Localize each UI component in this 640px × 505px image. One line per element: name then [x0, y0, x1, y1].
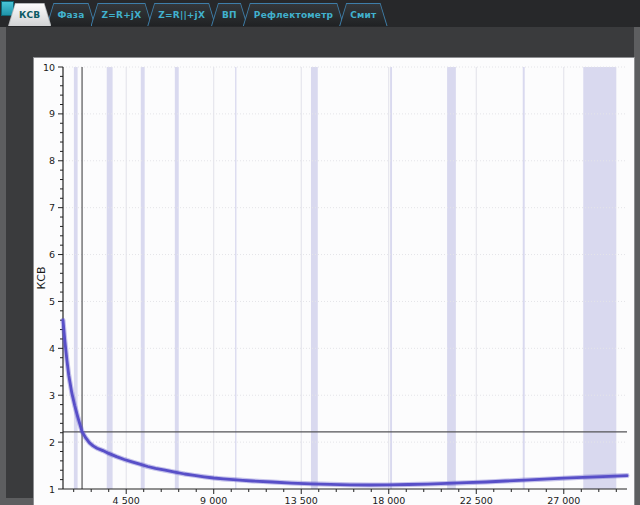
y-axis-title: КСВ	[35, 266, 48, 289]
ham-band	[235, 67, 236, 489]
ham-band	[175, 67, 179, 489]
ham-band	[311, 67, 318, 489]
tab-reflectometer[interactable]: Рефлектометр	[243, 3, 344, 26]
x-tick-label: 27 000	[547, 495, 580, 505]
y-tick-label: 1	[49, 484, 55, 495]
tab-vp[interactable]: ВП	[211, 3, 248, 26]
tab-z-series-label: Z=R+jX	[92, 4, 152, 26]
swr-curve	[63, 320, 627, 485]
swr-curve-halo	[63, 320, 627, 485]
tab-z-parallel-label: Z=R||+jX	[148, 4, 215, 26]
tabs-container: КСВФазаZ=R+jXZ=R||+jXВПРефлектометрСмит	[8, 3, 383, 25]
chart-canvas[interactable]: 123456789104 5009 00013 50018 00022 5002…	[34, 58, 634, 505]
x-tick-label: 13 500	[285, 495, 318, 505]
tab-ksv-label: КСВ	[9, 4, 50, 26]
ham-band	[74, 67, 78, 489]
y-tick-label: 7	[49, 202, 55, 213]
y-tick-label: 2	[49, 437, 55, 448]
y-tick-label: 8	[49, 155, 55, 166]
y-tick-label: 10	[43, 62, 55, 73]
tab-bar: КСВФазаZ=R+jXZ=R||+jXВПРефлектометрСмит	[0, 0, 640, 27]
tab-faza[interactable]: Фаза	[46, 3, 95, 26]
chart-card: 123456789104 5009 00013 50018 00022 5002…	[34, 58, 634, 505]
y-tick-label: 4	[49, 343, 55, 354]
ham-band	[447, 67, 456, 489]
x-tick-label: 18 000	[372, 495, 405, 505]
tab-reflectometer-label: Рефлектометр	[244, 4, 343, 26]
y-tick-label: 6	[49, 249, 55, 260]
tab-vp-label: ВП	[212, 4, 247, 26]
x-tick-label: 22 500	[460, 495, 493, 505]
tab-z-series[interactable]: Z=R+jX	[91, 3, 153, 26]
tab-faza-label: Фаза	[47, 4, 94, 26]
x-tick-label: 4 500	[113, 495, 140, 505]
tab-z-parallel[interactable]: Z=R||+jX	[147, 3, 216, 26]
ham-band	[523, 67, 525, 489]
ham-band	[141, 67, 145, 489]
y-tick-label: 9	[49, 108, 55, 119]
ham-band	[390, 67, 392, 489]
ham-band	[583, 67, 616, 489]
tab-smith-label: Смит	[340, 4, 386, 26]
y-tick-label: 5	[49, 296, 55, 307]
tab-smith[interactable]: Смит	[339, 3, 387, 26]
ham-band	[107, 67, 113, 489]
x-tick-label: 9 000	[200, 495, 227, 505]
chart-panel: 123456789104 5009 00013 50018 00022 5002…	[6, 27, 634, 498]
y-tick-label: 3	[49, 390, 55, 401]
tab-ksv[interactable]: КСВ	[8, 3, 51, 26]
